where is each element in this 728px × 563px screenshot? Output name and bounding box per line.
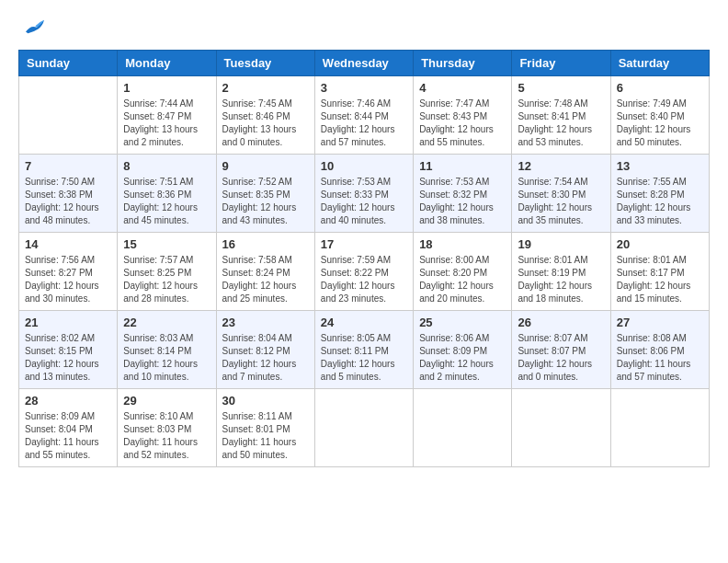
day-number: 22	[123, 316, 210, 329]
table-row: 28Sunrise: 8:09 AMSunset: 8:04 PMDayligh…	[19, 389, 118, 467]
day-info: Sunrise: 8:01 AMSunset: 8:17 PMDaylight:…	[617, 254, 703, 305]
table-row: 14Sunrise: 7:56 AMSunset: 8:27 PMDayligh…	[19, 233, 118, 311]
day-number: 11	[419, 159, 506, 173]
table-row	[414, 389, 512, 467]
day-info: Sunrise: 8:01 AMSunset: 8:19 PMDaylight:…	[518, 254, 604, 305]
day-info: Sunrise: 7:55 AMSunset: 8:28 PMDaylight:…	[617, 176, 703, 227]
day-info: Sunrise: 7:53 AMSunset: 8:33 PMDaylight:…	[321, 176, 407, 227]
day-info: Sunrise: 8:00 AMSunset: 8:20 PMDaylight:…	[419, 254, 506, 305]
day-info: Sunrise: 7:57 AMSunset: 8:25 PMDaylight:…	[123, 254, 210, 305]
day-info: Sunrise: 7:53 AMSunset: 8:32 PMDaylight:…	[419, 176, 506, 227]
table-row: 21Sunrise: 8:02 AMSunset: 8:15 PMDayligh…	[19, 311, 118, 389]
day-info: Sunrise: 7:48 AMSunset: 8:41 PMDaylight:…	[518, 98, 604, 149]
col-saturday: Saturday	[610, 51, 709, 76]
table-row	[19, 76, 118, 155]
day-info: Sunrise: 8:06 AMSunset: 8:09 PMDaylight:…	[419, 332, 506, 384]
table-row: 12Sunrise: 7:54 AMSunset: 8:30 PMDayligh…	[512, 155, 610, 233]
day-info: Sunrise: 7:50 AMSunset: 8:38 PMDaylight:…	[25, 176, 111, 227]
table-row: 11Sunrise: 7:53 AMSunset: 8:32 PMDayligh…	[414, 155, 512, 233]
day-number: 27	[617, 316, 703, 329]
day-info: Sunrise: 7:58 AMSunset: 8:24 PMDaylight:…	[222, 254, 309, 305]
table-row: 15Sunrise: 7:57 AMSunset: 8:25 PMDayligh…	[118, 233, 216, 311]
table-row: 19Sunrise: 8:01 AMSunset: 8:19 PMDayligh…	[512, 233, 610, 311]
day-info: Sunrise: 7:45 AMSunset: 8:46 PMDaylight:…	[222, 98, 309, 149]
table-row: 18Sunrise: 8:00 AMSunset: 8:20 PMDayligh…	[414, 233, 512, 311]
table-row: 7Sunrise: 7:50 AMSunset: 8:38 PMDaylight…	[19, 155, 118, 233]
day-number: 26	[518, 316, 604, 329]
table-row: 9Sunrise: 7:52 AMSunset: 8:35 PMDaylight…	[216, 155, 314, 233]
table-row: 27Sunrise: 8:08 AMSunset: 8:06 PMDayligh…	[610, 311, 709, 389]
calendar-week-row: 21Sunrise: 8:02 AMSunset: 8:15 PMDayligh…	[19, 311, 710, 389]
day-info: Sunrise: 7:47 AMSunset: 8:43 PMDaylight:…	[419, 98, 506, 149]
day-number: 21	[25, 316, 111, 329]
day-info: Sunrise: 7:46 AMSunset: 8:44 PMDaylight:…	[321, 98, 407, 149]
day-info: Sunrise: 8:02 AMSunset: 8:15 PMDaylight:…	[25, 332, 111, 384]
col-wednesday: Wednesday	[314, 51, 413, 76]
col-sunday: Sunday	[19, 51, 118, 76]
table-row: 24Sunrise: 8:05 AMSunset: 8:11 PMDayligh…	[314, 311, 413, 389]
day-info: Sunrise: 8:05 AMSunset: 8:11 PMDaylight:…	[321, 332, 407, 384]
day-number: 29	[123, 394, 210, 408]
day-number: 6	[617, 81, 703, 95]
table-row: 5Sunrise: 7:48 AMSunset: 8:41 PMDaylight…	[512, 76, 610, 155]
day-number: 9	[222, 159, 309, 173]
day-number: 18	[419, 237, 506, 251]
day-number: 23	[222, 316, 309, 329]
day-number: 13	[617, 159, 703, 173]
day-number: 25	[419, 316, 506, 329]
day-info: Sunrise: 8:11 AMSunset: 8:01 PMDaylight:…	[222, 410, 309, 462]
table-row	[610, 389, 709, 467]
calendar-week-row: 7Sunrise: 7:50 AMSunset: 8:38 PMDaylight…	[19, 155, 710, 233]
table-row: 16Sunrise: 7:58 AMSunset: 8:24 PMDayligh…	[216, 233, 314, 311]
day-number: 24	[321, 316, 407, 329]
day-info: Sunrise: 8:10 AMSunset: 8:03 PMDaylight:…	[123, 410, 210, 462]
table-row: 8Sunrise: 7:51 AMSunset: 8:36 PMDaylight…	[118, 155, 216, 233]
day-number: 28	[25, 394, 111, 408]
table-row: 4Sunrise: 7:47 AMSunset: 8:43 PMDaylight…	[414, 76, 512, 155]
table-row: 10Sunrise: 7:53 AMSunset: 8:33 PMDayligh…	[314, 155, 413, 233]
table-row: 13Sunrise: 7:55 AMSunset: 8:28 PMDayligh…	[610, 155, 709, 233]
table-row: 20Sunrise: 8:01 AMSunset: 8:17 PMDayligh…	[610, 233, 709, 311]
day-info: Sunrise: 7:49 AMSunset: 8:40 PMDaylight:…	[617, 98, 703, 149]
day-number: 19	[518, 237, 604, 251]
day-number: 3	[321, 81, 407, 95]
day-number: 4	[419, 81, 506, 95]
day-info: Sunrise: 7:59 AMSunset: 8:22 PMDaylight:…	[321, 254, 407, 305]
day-info: Sunrise: 7:44 AMSunset: 8:47 PMDaylight:…	[123, 98, 210, 149]
day-number: 10	[321, 159, 407, 173]
day-number: 1	[123, 81, 210, 95]
table-row: 6Sunrise: 7:49 AMSunset: 8:40 PMDaylight…	[610, 76, 709, 155]
table-row: 25Sunrise: 8:06 AMSunset: 8:09 PMDayligh…	[414, 311, 512, 389]
day-number: 8	[123, 159, 210, 173]
day-number: 15	[123, 237, 210, 251]
logo-bird-icon	[22, 18, 44, 35]
table-row: 26Sunrise: 8:07 AMSunset: 8:07 PMDayligh…	[512, 311, 610, 389]
table-row: 3Sunrise: 7:46 AMSunset: 8:44 PMDaylight…	[314, 76, 413, 155]
day-number: 5	[518, 81, 604, 95]
logo	[18, 18, 44, 35]
day-number: 30	[222, 394, 309, 408]
table-row: 22Sunrise: 8:03 AMSunset: 8:14 PMDayligh…	[118, 311, 216, 389]
table-row: 30Sunrise: 8:11 AMSunset: 8:01 PMDayligh…	[216, 389, 314, 467]
day-number: 12	[518, 159, 604, 173]
calendar-week-row: 14Sunrise: 7:56 AMSunset: 8:27 PMDayligh…	[19, 233, 710, 311]
calendar-header-row: Sunday Monday Tuesday Wednesday Thursday…	[19, 51, 710, 76]
col-friday: Friday	[512, 51, 610, 76]
col-monday: Monday	[118, 51, 216, 76]
day-info: Sunrise: 7:51 AMSunset: 8:36 PMDaylight:…	[123, 176, 210, 227]
day-number: 16	[222, 237, 309, 251]
day-number: 2	[222, 81, 309, 95]
day-number: 20	[617, 237, 703, 251]
day-info: Sunrise: 7:56 AMSunset: 8:27 PMDaylight:…	[25, 254, 111, 305]
table-row: 29Sunrise: 8:10 AMSunset: 8:03 PMDayligh…	[118, 389, 216, 467]
calendar-week-row: 1Sunrise: 7:44 AMSunset: 8:47 PMDaylight…	[19, 76, 710, 155]
day-info: Sunrise: 7:54 AMSunset: 8:30 PMDaylight:…	[518, 176, 604, 227]
day-info: Sunrise: 8:03 AMSunset: 8:14 PMDaylight:…	[123, 332, 210, 384]
table-row: 2Sunrise: 7:45 AMSunset: 8:46 PMDaylight…	[216, 76, 314, 155]
day-number: 7	[25, 159, 111, 173]
day-number: 14	[25, 237, 111, 251]
day-info: Sunrise: 8:08 AMSunset: 8:06 PMDaylight:…	[617, 332, 703, 384]
table-row: 23Sunrise: 8:04 AMSunset: 8:12 PMDayligh…	[216, 311, 314, 389]
page-header	[18, 18, 710, 35]
table-row: 1Sunrise: 7:44 AMSunset: 8:47 PMDaylight…	[118, 76, 216, 155]
